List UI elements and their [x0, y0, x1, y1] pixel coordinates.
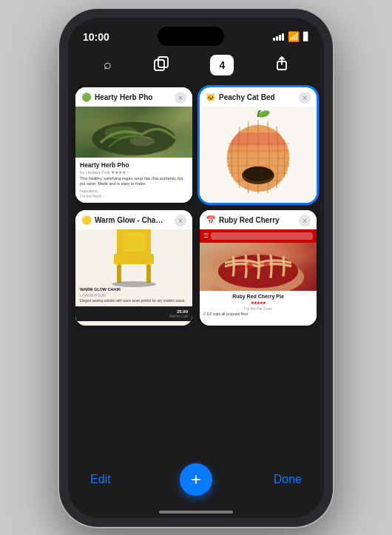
- svg-rect-21: [114, 254, 154, 264]
- cherry-search-bar: [211, 232, 313, 240]
- svg-point-29: [239, 266, 244, 271]
- tab-card-hearty-herb-pho[interactable]: 🟢 Hearty Herb Pho ×: [75, 87, 192, 203]
- svg-rect-22: [117, 264, 121, 283]
- tab-switcher-icon[interactable]: [153, 55, 169, 75]
- tab-favicon-4: 📅: [206, 215, 216, 225]
- cherry-pie-image: [200, 243, 317, 291]
- svg-rect-1: [158, 57, 168, 67]
- tab-preview-2: [200, 107, 317, 203]
- chair-content-title: WARM GLOW CHAIR: [80, 287, 188, 292]
- tab-preview-3: WARM GLOW CHAIR LOREM IPSUM Elegant seat…: [75, 229, 192, 326]
- chair-content: WARM GLOW CHAIR LOREM IPSUM Elegant seat…: [75, 229, 192, 326]
- phone-frame: 10:00 📶 ▊ ⌕ 4: [59, 9, 333, 527]
- status-bar: 10:00 📶 ▊: [68, 18, 324, 50]
- tabs-grid: 🟢 Hearty Herb Pho ×: [75, 87, 317, 326]
- chair-bar-sub: Add to Cart: [80, 314, 188, 318]
- cherry-menu-icon: ☰: [203, 232, 209, 239]
- tab-favicon-1: 🟢: [81, 92, 92, 102]
- home-indicator: [68, 508, 324, 518]
- chair-content-sub: LOREM IPSUM: [80, 293, 188, 297]
- chair-svg: [108, 229, 160, 287]
- pho-subtitle: by Herbed Folk ★★★★☆: [80, 169, 188, 175]
- add-tab-button[interactable]: +: [180, 463, 212, 496]
- dynamic-island: [158, 27, 224, 46]
- tab-card-header-2: 🐱 Peachy Cat Bed ×: [200, 87, 317, 107]
- share-icon[interactable]: [275, 56, 288, 73]
- svg-rect-17: [227, 146, 290, 153]
- svg-rect-0: [155, 60, 164, 70]
- tab-count-pill[interactable]: 4: [210, 55, 234, 75]
- tab-close-4[interactable]: ×: [299, 215, 311, 226]
- tab-preview-4: ☰: [200, 229, 317, 326]
- cherry-content-title: Ruby Red Cherry Pie: [203, 294, 313, 299]
- tabs-grid-area: 🟢 Hearty Herb Pho ×: [68, 81, 324, 457]
- pho-image: [75, 107, 192, 158]
- pho-content-title: Hearty Herb Pho: [80, 161, 188, 169]
- chair-content-desc: Elegant seating solution with warm tones…: [80, 299, 188, 303]
- tab-favicon-3: 🟡: [81, 215, 92, 225]
- tab-title-3: Warm Glow - Cha…: [95, 216, 163, 224]
- status-icons: 📶 ▊: [273, 31, 309, 42]
- done-button[interactable]: Done: [265, 473, 302, 486]
- pho-label2: For the Broth: [80, 194, 188, 198]
- phone-inner: 10:00 📶 ▊ ⌕ 4: [68, 18, 324, 518]
- svg-rect-23: [146, 264, 151, 283]
- tab-card-header-1: 🟢 Hearty Herb Pho ×: [75, 87, 192, 107]
- wifi-icon: 📶: [288, 31, 300, 42]
- search-button[interactable]: ⌕: [104, 57, 112, 73]
- tab-card-header-3: 🟡 Warm Glow - Cha… ×: [75, 210, 192, 229]
- tab-title-4: Ruby Red Cherry: [219, 216, 280, 224]
- svg-point-28: [263, 261, 269, 267]
- tab-card-warm-glow[interactable]: 🟡 Warm Glow - Cha… ×: [75, 210, 192, 326]
- tab-title-2: Peachy Cat Bed: [219, 93, 275, 101]
- tab-card-header-4: 📅 Ruby Red Cherry ×: [200, 210, 317, 229]
- signal-icon: [273, 33, 284, 41]
- cherry-desc: 2 1/2 cups all-purpose flour: [203, 312, 313, 317]
- cherry-recipe-label: For the Pie Crust: [203, 306, 313, 311]
- edit-button[interactable]: Edit: [90, 473, 127, 486]
- tab-card-peachy-cat-bed[interactable]: 🐱 Peachy Cat Bed ×: [200, 87, 317, 203]
- tab-close-3[interactable]: ×: [175, 215, 186, 226]
- tab-preview-1: Hearty Herb Pho by Herbed Folk ★★★★☆ Thi…: [75, 107, 192, 203]
- status-time: 10:00: [83, 31, 109, 43]
- tab-close-2[interactable]: ×: [299, 92, 311, 104]
- bottom-bar: Edit + Done: [68, 457, 324, 508]
- cat-bed-svg: [217, 110, 299, 199]
- battery-icon: ▊: [303, 32, 309, 41]
- tab-favicon-2: 🐱: [206, 92, 216, 102]
- browser-tab-bar: ⌕ 4: [68, 50, 324, 81]
- pho-label: Ingredients: [80, 189, 188, 193]
- svg-point-19: [243, 166, 273, 181]
- tab-title-1: Hearty Herb Pho: [95, 93, 152, 101]
- svg-rect-24: [123, 232, 145, 252]
- pho-desc: This healthy, satisfying vegan soup has …: [80, 176, 188, 186]
- svg-point-27: [246, 263, 253, 269]
- tab-card-ruby-red-cherry[interactable]: 📅 Ruby Red Cherry × ☰: [200, 210, 317, 326]
- home-bar: [159, 511, 233, 514]
- svg-point-5: [129, 135, 155, 146]
- tab-close-1[interactable]: ×: [175, 92, 186, 104]
